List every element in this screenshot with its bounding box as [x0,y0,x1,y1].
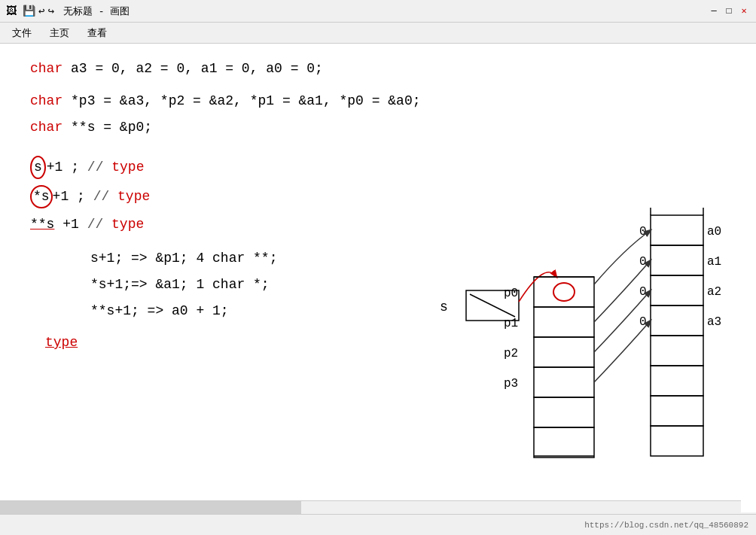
svg-rect-13 [534,337,594,367]
svg-text:s: s [440,299,448,315]
svg-rect-32 [651,366,703,396]
close-button[interactable]: ✕ [738,5,750,17]
result3: **s+1; => a0 + 1; [90,303,229,318]
main-content: char a3 = 0, a2 = 0, a1 = 0, a0 = 0; cha… [0,44,756,512]
horizontal-scrollbar[interactable] [0,500,741,514]
title-bar-left: 🖼 💾 ↩ ↪ 无标题 - 画图 [6,5,130,18]
expr2-text: +1 ; // type [53,189,151,204]
status-bar: https://blog.csdn.net/qq_48560892 [0,514,756,535]
result2: *s+1;=> &a1; 1 char *; [90,277,270,292]
expr3-stars: **s [30,217,54,232]
svg-text:a3: a3 [707,315,721,329]
svg-rect-22 [651,245,703,275]
undo-btn[interactable]: ↩ [38,5,44,17]
app-icon: 🖼 [6,5,17,17]
svg-text:p2: p2 [504,347,518,360]
keyword-char-2: char [30,93,62,108]
svg-rect-28 [651,305,703,336]
expr1-text: +1 ; // type [47,160,145,175]
menu-view[interactable]: 查看 [78,23,116,43]
svg-text:a2: a2 [707,285,721,299]
menu-home[interactable]: 主页 [41,23,78,43]
scrollbar-thumb[interactable] [0,501,301,514]
maximize-button[interactable]: □ [723,5,735,17]
code-text-1: a3 = 0, a2 = 0, a1 = 0, a0 = 0; [71,61,323,76]
minimize-button[interactable]: ─ [708,5,720,17]
circle-s-1: s [30,156,47,179]
svg-text:a1: a1 [707,255,721,269]
code-line-1: char a3 = 0, a2 = 0, a1 = 0, a0 = 0; [30,59,726,79]
result1: s+1; => &p1; 4 char **; [90,251,277,266]
title-bar-controls[interactable]: ─ □ ✕ [708,5,750,17]
svg-text:p3: p3 [504,377,518,391]
svg-rect-17 [534,397,594,427]
redo-btn[interactable]: ↪ [47,5,53,17]
svg-rect-33 [651,396,703,426]
svg-rect-15 [534,367,594,397]
svg-text:p1: p1 [504,317,518,330]
menu-file[interactable]: 文件 [3,23,41,43]
title-bar: 🖼 💾 ↩ ↪ 无标题 - 画图 ─ □ ✕ [0,0,756,23]
svg-rect-34 [651,426,703,456]
svg-text:a0: a0 [707,225,721,239]
title-text: 无标题 - 画图 [63,5,130,18]
svg-rect-31 [651,336,703,366]
keyword-char-1: char [30,61,62,76]
svg-rect-11 [534,307,594,337]
keyword-char-3: char [30,120,62,135]
svg-rect-19 [651,215,703,245]
quick-access-save[interactable]: 💾 [23,5,35,17]
url-text: https://blog.csdn.net/qq_48560892 [584,521,748,530]
svg-point-9 [553,283,575,301]
type-bottom-label: type [45,335,78,350]
svg-rect-18 [534,427,594,457]
code-text-3: **s = &p0; [71,120,152,135]
code-text-2: *p3 = &a3, *p2 = &a2, *p1 = &a1, *p0 = &… [71,93,420,108]
expr3-text: +1 // type [62,217,144,232]
svg-rect-25 [651,275,703,305]
menu-bar: 文件 主页 查看 [0,23,756,44]
diagram-svg: s p0 p1 p2 p3 0 a0 0 a1 0 a2 0 [425,87,741,464]
circle-s-2: *s [30,185,53,208]
svg-text:p0: p0 [504,287,518,300]
svg-rect-8 [534,277,594,307]
